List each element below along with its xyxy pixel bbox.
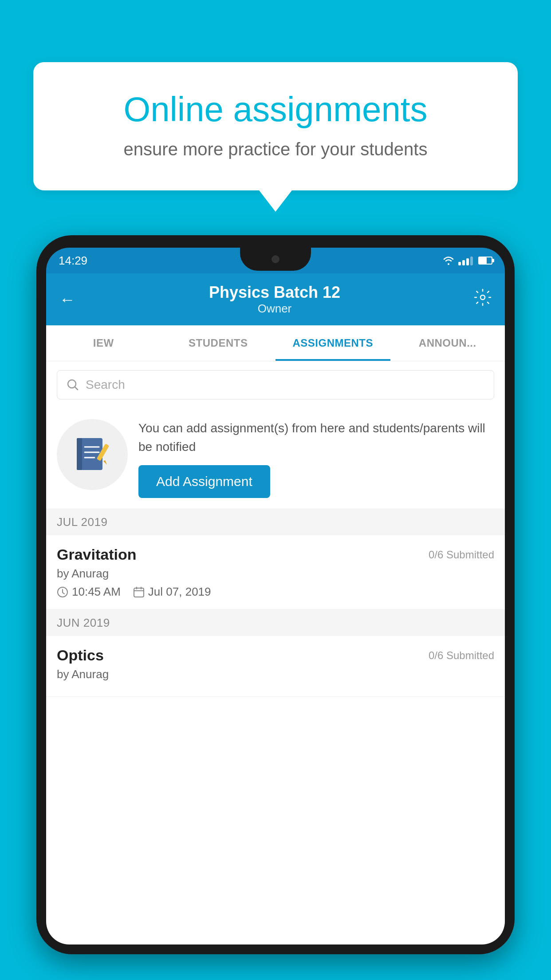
assignment-by: by Anurag bbox=[57, 567, 494, 581]
assignment-title: Gravitation bbox=[57, 546, 136, 563]
tab-assignments[interactable]: ASSIGNMENTS bbox=[276, 325, 390, 361]
speech-bubble: Online assignments ensure more practice … bbox=[33, 62, 518, 190]
notebook-icon bbox=[72, 435, 112, 474]
svg-marker-9 bbox=[103, 460, 107, 465]
add-assignment-button[interactable]: Add Assignment bbox=[138, 465, 270, 498]
settings-button[interactable] bbox=[474, 288, 492, 310]
phone-outer: 14:29 bbox=[36, 235, 515, 954]
assignment-submitted-optics: 0/6 Submitted bbox=[429, 649, 494, 662]
assignment-submitted: 0/6 Submitted bbox=[429, 549, 494, 561]
speech-bubble-container: Online assignments ensure more practice … bbox=[33, 62, 518, 190]
assignment-header: Gravitation 0/6 Submitted bbox=[57, 546, 494, 563]
screen-content: Search bbox=[46, 361, 505, 697]
phone-screen: ← Physics Batch 12 Owner IEW STUDENTS AS… bbox=[46, 273, 505, 944]
tab-announcements[interactable]: ANNOUN... bbox=[390, 325, 505, 361]
assignment-header-optics: Optics 0/6 Submitted bbox=[57, 647, 494, 664]
promo-section: You can add assignment(s) from here and … bbox=[46, 408, 505, 509]
search-icon bbox=[66, 378, 79, 391]
assignment-title-optics: Optics bbox=[57, 647, 104, 664]
header-subtitle: Owner bbox=[209, 302, 340, 316]
header-title-area: Physics Batch 12 Owner bbox=[209, 283, 340, 316]
battery-icon bbox=[478, 257, 492, 265]
app-header: ← Physics Batch 12 Owner bbox=[46, 273, 505, 325]
search-bar[interactable]: Search bbox=[57, 370, 494, 399]
svg-rect-4 bbox=[77, 438, 82, 470]
back-button[interactable]: ← bbox=[59, 290, 75, 309]
meta-date: Jul 07, 2019 bbox=[133, 585, 211, 599]
notch bbox=[240, 248, 311, 271]
meta-time: 10:45 AM bbox=[57, 585, 121, 599]
camera-dot bbox=[272, 255, 279, 263]
clock-icon bbox=[57, 586, 68, 598]
assignment-item-optics[interactable]: Optics 0/6 Submitted by Anurag bbox=[46, 636, 505, 697]
promo-icon-circle bbox=[57, 419, 128, 490]
month-separator-jun: JUN 2019 bbox=[46, 610, 505, 636]
header-title: Physics Batch 12 bbox=[209, 283, 340, 302]
status-time: 14:29 bbox=[59, 254, 87, 268]
bubble-subtitle: ensure more practice for your students bbox=[64, 139, 487, 159]
svg-rect-11 bbox=[134, 588, 144, 597]
promo-description: You can add assignment(s) from here and … bbox=[138, 419, 494, 456]
bubble-title: Online assignments bbox=[64, 89, 487, 130]
signal-icon bbox=[458, 256, 473, 265]
assignment-meta: 10:45 AM Jul 07, 2019 bbox=[57, 585, 494, 599]
phone-wrapper: 14:29 bbox=[36, 235, 515, 980]
calendar-icon bbox=[133, 586, 145, 598]
promo-text-area: You can add assignment(s) from here and … bbox=[138, 419, 494, 498]
wifi-icon bbox=[442, 256, 455, 265]
tab-iew[interactable]: IEW bbox=[46, 325, 161, 361]
tabs-bar: IEW STUDENTS ASSIGNMENTS ANNOUN... bbox=[46, 325, 505, 361]
assignment-by-optics: by Anurag bbox=[57, 668, 494, 681]
status-icons bbox=[442, 256, 492, 265]
status-bar: 14:29 bbox=[46, 248, 505, 273]
svg-point-1 bbox=[480, 295, 485, 300]
svg-point-0 bbox=[448, 263, 449, 265]
tab-students[interactable]: STUDENTS bbox=[161, 325, 276, 361]
assignment-item-gravitation[interactable]: Gravitation 0/6 Submitted by Anurag 10:4… bbox=[46, 535, 505, 610]
search-placeholder: Search bbox=[86, 378, 125, 392]
month-separator-jul: JUL 2019 bbox=[46, 509, 505, 535]
